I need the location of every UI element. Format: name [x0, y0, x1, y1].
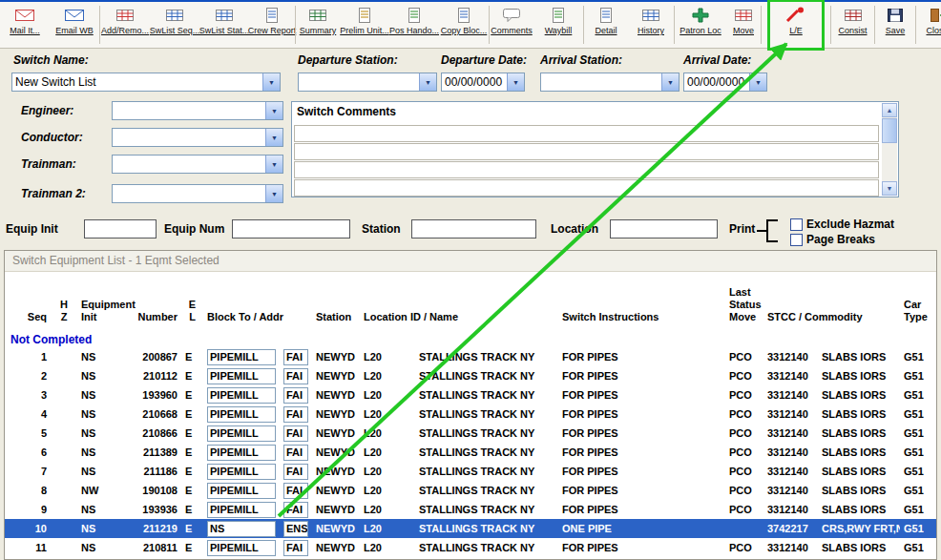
chevron-down-icon[interactable]: ▼ [749, 73, 766, 91]
location-input[interactable] [610, 219, 718, 239]
station-label: Station [362, 222, 401, 236]
chevron-down-icon[interactable]: ▼ [265, 185, 282, 202]
scroll-down-icon[interactable]: ▼ [882, 181, 897, 196]
toolbar-item-summary[interactable]: Summary [296, 2, 340, 48]
block-to-cell[interactable]: PIPEMILL [207, 349, 276, 365]
addr-cell[interactable]: FAI [283, 445, 308, 461]
chevron-down-icon[interactable]: ▼ [262, 73, 280, 91]
addr-cell[interactable]: ENS [283, 521, 308, 537]
table-row[interactable]: 5NS210866EPIPEMILLFAINEWYDL20STALLINGS T… [5, 424, 936, 443]
toolbar-item-comments[interactable]: Comments [490, 2, 533, 48]
block-to-cell[interactable]: PIPEMILL [207, 464, 276, 480]
comment-line[interactable] [294, 125, 879, 142]
departure-station-select[interactable]: ▼ [298, 73, 437, 92]
toolbar-item-add-remove[interactable]: Add/Remo... [100, 2, 150, 48]
block-to-cell[interactable]: PIPEMILL [207, 483, 276, 499]
arrival-date-field[interactable]: 00/00/0000 ▼ [683, 73, 767, 92]
table-row[interactable]: 6NS211389EPIPEMILLFAINEWYDL20STALLINGS T… [5, 443, 936, 462]
scroll-up-icon[interactable]: ▲ [882, 103, 897, 117]
chevron-down-icon[interactable]: ▼ [265, 102, 282, 119]
toolbar-item-label: SwList Stat... [199, 26, 250, 35]
engineer-select[interactable]: ▼ [112, 101, 283, 120]
block-to-cell[interactable]: PIPEMILL [207, 540, 276, 556]
chevron-down-icon[interactable]: ▼ [265, 129, 282, 146]
block-to-cell[interactable]: PIPEMILL [207, 387, 276, 404]
addr-cell[interactable]: FAI [283, 368, 308, 384]
comment-line[interactable] [294, 143, 879, 160]
addr-cell[interactable]: FAI [283, 483, 308, 499]
cell: ENS [280, 519, 312, 538]
table-row[interactable]: 9NS193936EPIPEMILLFAINEWYDL20STALLINGS T… [5, 500, 936, 519]
toolbar-item-detail[interactable]: Detail [584, 2, 628, 48]
toolbar-item-pos-handoff[interactable]: Pos Hando... [389, 2, 439, 48]
list-seq-icon [165, 7, 184, 24]
equip-num-input[interactable] [232, 219, 350, 239]
addr-cell[interactable]: FAI [283, 387, 308, 404]
toolbar-item-crew-report[interactable]: Crew Report [249, 2, 295, 48]
addr-cell[interactable]: FAI [283, 425, 308, 442]
toolbar-item-email[interactable]: Email WB [50, 2, 99, 48]
comment-line[interactable] [294, 179, 879, 197]
toolbar-item-prelim-unit[interactable]: Prelim Unit... [340, 2, 389, 48]
toolbar-item-close[interactable]: Close [916, 2, 941, 48]
comment-line[interactable] [294, 161, 879, 178]
toolbar-item-screwdriver[interactable]: L/E [770, 2, 822, 48]
comments-scrollbar[interactable]: ▲ ▼ [882, 103, 897, 196]
chevron-down-icon[interactable]: ▼ [507, 73, 524, 91]
chevron-down-icon[interactable]: ▼ [661, 73, 679, 91]
addr-cell[interactable]: FAI [283, 349, 308, 365]
departure-date-field[interactable]: 00/00/0000 ▼ [441, 73, 525, 92]
station-input[interactable] [411, 219, 536, 239]
block-to-cell[interactable]: PIPEMILL [207, 502, 276, 518]
toolbar-item-mail[interactable]: Mail It... [0, 2, 50, 48]
cell [51, 366, 77, 385]
toolbar-item-waybill[interactable]: Waybill [533, 2, 583, 48]
table-row[interactable]: 7NS211186EPIPEMILLFAINEWYDL20STALLINGS T… [5, 462, 936, 481]
toolbar-item-move[interactable]: Move [726, 2, 761, 48]
trainman2-select[interactable]: ▼ [112, 184, 283, 203]
conductor-select[interactable]: ▼ [112, 128, 283, 147]
chevron-down-icon[interactable]: ▼ [419, 73, 436, 91]
equip-init-input[interactable] [84, 219, 157, 239]
cell: STALLINGS TRACK NY [415, 366, 558, 385]
table-row[interactable]: 11NS210811EPIPEMILLFAINEWYDL20STALLINGS … [5, 538, 936, 557]
scrollbar-thumb[interactable] [882, 118, 897, 143]
table-row[interactable]: 10NS211219ENSENSNEWYDL20STALLINGS TRACK … [5, 519, 936, 538]
toolbar-item-list-seq[interactable]: SwList Seq... [150, 2, 199, 48]
toolbar-item-copy-block[interactable]: Copy Bloc... [439, 2, 489, 48]
chevron-down-icon[interactable]: ▼ [265, 156, 282, 173]
addr-cell[interactable]: FAI [283, 540, 308, 556]
block-to-cell[interactable]: PIPEMILL [207, 368, 276, 384]
cell: FAI [280, 385, 312, 404]
trainman-select[interactable]: ▼ [112, 155, 283, 174]
page-breaks-checkbox[interactable] [790, 234, 803, 246]
toolbar-item-consist[interactable]: Consist [831, 2, 874, 48]
equip-num-label: Equip Num [164, 222, 224, 236]
cell: STALLINGS TRACK NY [415, 481, 558, 500]
exclude-hazmat-checkbox[interactable] [790, 218, 803, 231]
block-to-cell[interactable]: NS [207, 521, 276, 537]
toolbar-item-list-stat[interactable]: SwList Stat... [199, 2, 249, 48]
addr-cell[interactable]: FAI [283, 406, 308, 423]
toolbar-item-save[interactable]: Save [875, 2, 915, 48]
block-to-cell[interactable]: PIPEMILL [207, 425, 276, 442]
block-to-cell[interactable]: PIPEMILL [207, 445, 276, 461]
table-row[interactable]: 1NS200867EPIPEMILLFAINEWYDL20STALLINGS T… [5, 347, 936, 366]
column-header: Location ID / Name [360, 272, 558, 329]
cell [51, 500, 77, 519]
addr-cell[interactable]: FAI [283, 502, 308, 518]
save-icon [886, 7, 905, 24]
cell: G51 [900, 404, 936, 424]
switch-name-select[interactable]: New Switch List ▼ [11, 73, 281, 92]
addr-cell[interactable]: FAI [283, 464, 308, 480]
cell: SLABS IORS [818, 462, 900, 481]
table-row[interactable]: 4NS210668EPIPEMILLFAINEWYDL20STALLINGS T… [5, 404, 936, 424]
toolbar-item-patron-loc[interactable]: Patron Loc [675, 2, 726, 48]
block-to-cell[interactable]: PIPEMILL [207, 406, 276, 423]
table-row[interactable]: 8NW190108EPIPEMILLFAINEWYDL20STALLINGS T… [5, 481, 936, 500]
toolbar-item-history[interactable]: History [628, 2, 674, 48]
table-row[interactable]: 2NS210112EPIPEMILLFAINEWYDL20STALLINGS T… [5, 366, 936, 385]
cell: 210112 [120, 366, 181, 385]
table-row[interactable]: 3NS193960EPIPEMILLFAINEWYDL20STALLINGS T… [5, 385, 936, 404]
arrival-station-select[interactable]: ▼ [540, 73, 680, 92]
